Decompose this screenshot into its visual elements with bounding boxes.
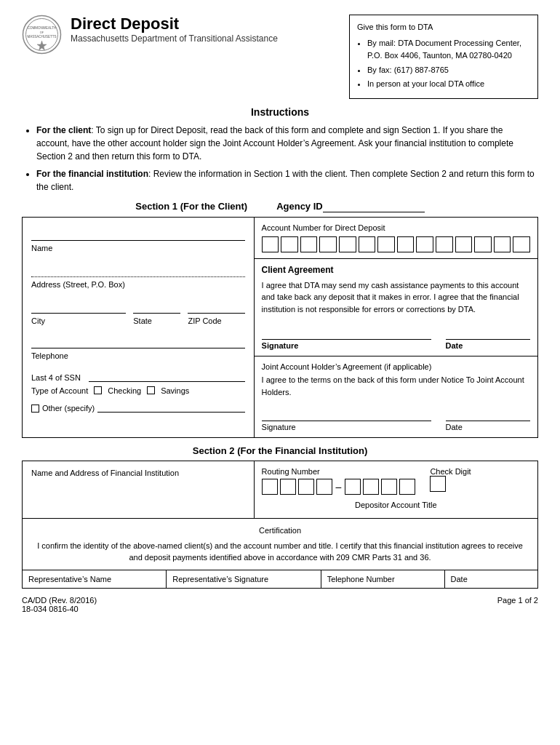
- address-label: Address (Street, P.O. Box): [31, 280, 245, 289]
- routing-box-4[interactable]: [316, 479, 332, 495]
- footer-left: CA/DD (Rev. 8/2016) 18-034 0816-40: [22, 596, 97, 613]
- joint-date-line[interactable]: [446, 408, 530, 421]
- section1-form: Name Address (Street, P.O. Box) City Sta…: [22, 217, 538, 439]
- acct-box-7[interactable]: [377, 236, 395, 252]
- other-label: Other (specify): [42, 404, 95, 413]
- check-digit-title: Check Digit: [430, 467, 471, 476]
- acct-box-13[interactable]: [494, 236, 511, 252]
- state-input[interactable]: [133, 298, 180, 314]
- date-line[interactable]: [446, 327, 530, 340]
- section1-header-text: Section 1 (For the Client): [135, 201, 247, 212]
- acct-box-12[interactable]: [474, 236, 492, 252]
- section1-left-col: Name Address (Street, P.O. Box) City Sta…: [23, 218, 255, 438]
- routing-dash: –: [336, 481, 342, 493]
- zip-label: ZIP Code: [188, 316, 244, 325]
- agency-id-field[interactable]: [323, 201, 425, 212]
- footer-page-number: Page 1 of 2: [497, 596, 538, 613]
- routing-box-6[interactable]: [363, 479, 379, 495]
- state-seal-icon: COMMONWEALTH OF MASSACHUSETTS: [22, 15, 62, 55]
- account-number-title: Account Number for Direct Deposit: [262, 223, 530, 232]
- routing-box-7[interactable]: [381, 479, 397, 495]
- acct-box-3[interactable]: [300, 236, 318, 252]
- section2-date-label: Date: [451, 575, 468, 583]
- joint-date-label: Date: [446, 423, 530, 431]
- page-header: COMMONWEALTH OF MASSACHUSETTS Direct Dep…: [22, 15, 538, 99]
- joint-signature-line[interactable]: [262, 408, 431, 421]
- section1-header-row: Section 1 (For the Client) Agency ID: [22, 201, 538, 212]
- info-item-1: By mail: DTA Document Processing Center,…: [367, 37, 530, 63]
- address-field-group: Address (Street, P.O. Box): [31, 261, 245, 289]
- telephone-number-label: Telephone Number: [327, 575, 395, 583]
- agency-id-label: Agency ID: [276, 201, 425, 212]
- info-item-3: In person at your local DTA office: [367, 78, 530, 91]
- joint-signature-label: Signature: [262, 423, 431, 431]
- routing-number-group: Routing Number –: [262, 467, 416, 495]
- acct-box-14[interactable]: [513, 236, 530, 252]
- svg-text:MASSACHUSETTS: MASSACHUSETTS: [27, 35, 56, 39]
- acct-box-5[interactable]: [339, 236, 356, 252]
- routing-box-8[interactable]: [399, 479, 415, 495]
- client-agreement-title: Client Agreement: [262, 265, 530, 275]
- instruction-text-1: : To sign up for Direct Deposit, read th…: [36, 125, 513, 162]
- routing-box-5[interactable]: [345, 479, 361, 495]
- form-title: Direct Deposit: [71, 15, 349, 33]
- check-digit-boxes: [430, 476, 471, 492]
- joint-signature-block: Signature: [262, 408, 431, 431]
- signature-block: Signature: [262, 327, 431, 350]
- routing-number-title: Routing Number: [262, 467, 416, 476]
- telephone-field-group: Telephone: [31, 332, 245, 360]
- acct-box-2[interactable]: [281, 236, 298, 252]
- fin-inst-label: Name and Address of Financial Institutio…: [31, 469, 179, 477]
- ssn-field-group: Last 4 of SSN: [31, 369, 245, 382]
- zip-input[interactable]: [188, 298, 244, 314]
- checking-checkbox[interactable]: [94, 386, 102, 394]
- check-digit-box-1[interactable]: [430, 476, 446, 492]
- instruction-bold-2: For the financial institution: [36, 169, 148, 179]
- acct-box-9[interactable]: [416, 236, 433, 252]
- routing-boxes: –: [262, 479, 416, 495]
- fin-inst-col: Name and Address of Financial Institutio…: [23, 461, 255, 518]
- ssn-input[interactable]: [89, 369, 244, 382]
- certification-title: Certification: [31, 525, 529, 537]
- state-label: State: [133, 316, 180, 325]
- acct-box-1[interactable]: [262, 236, 279, 252]
- account-type-row: Type of Account Checking Savings: [31, 386, 245, 395]
- info-box: Give this form to DTA By mail: DTA Docum…: [349, 15, 538, 99]
- city-input[interactable]: [31, 298, 126, 314]
- joint-sig-date-row: Signature Date: [262, 408, 530, 431]
- page-footer: CA/DD (Rev. 8/2016) 18-034 0816-40 Page …: [22, 596, 538, 613]
- checking-label: Checking: [108, 386, 141, 395]
- address-input[interactable]: [31, 261, 245, 277]
- acct-box-11[interactable]: [455, 236, 473, 252]
- joint-date-block: Date: [446, 408, 530, 431]
- name-field-group: Name: [31, 225, 245, 252]
- savings-checkbox[interactable]: [147, 386, 155, 394]
- account-number-section: Account Number for Direct Deposit: [255, 218, 537, 259]
- other-checkbox[interactable]: [31, 405, 39, 413]
- instructions-list: For the client: To sign up for Direct De…: [22, 124, 538, 194]
- acct-box-10[interactable]: [436, 236, 453, 252]
- acct-box-8[interactable]: [397, 236, 415, 252]
- section2-header: Section 2 (For the Financial Institution…: [22, 445, 538, 456]
- info-box-title: Give this form to DTA: [357, 21, 530, 34]
- info-box-list: By mail: DTA Document Processing Center,…: [357, 37, 530, 91]
- section1-right-col: Account Number for Direct Deposit Clie: [255, 218, 537, 438]
- name-input[interactable]: [31, 225, 245, 241]
- telephone-col: Telephone Number: [321, 570, 445, 588]
- other-input[interactable]: [97, 399, 244, 413]
- footer-revision: CA/DD (Rev. 8/2016): [22, 596, 97, 605]
- routing-box-2[interactable]: [280, 479, 296, 495]
- joint-title: Joint Account Holder’s Agreement (if app…: [262, 362, 530, 371]
- instruction-item-2: For the financial institution: Review th…: [36, 167, 538, 194]
- date-block: Date: [446, 327, 530, 350]
- signature-line[interactable]: [262, 327, 431, 340]
- routing-box-1[interactable]: [262, 479, 278, 495]
- footer-form-number: 18-034 0816-40: [22, 605, 97, 613]
- routing-box-3[interactable]: [298, 479, 314, 495]
- client-agreement-text: I agree that DTA may send my cash assist…: [262, 279, 530, 316]
- section2-date-col: Date: [445, 570, 537, 588]
- acct-box-6[interactable]: [359, 236, 376, 252]
- telephone-input[interactable]: [31, 332, 245, 348]
- rep-sig-col: Representative’s Signature: [167, 570, 321, 588]
- acct-box-4[interactable]: [319, 236, 337, 252]
